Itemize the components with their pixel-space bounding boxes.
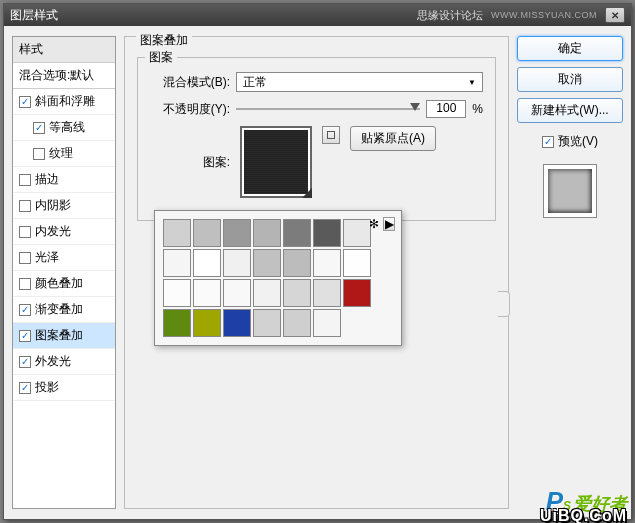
style-item-4[interactable]: 内阴影	[13, 193, 115, 219]
style-item-label: 外发光	[35, 353, 71, 370]
new-preset-button[interactable]	[322, 126, 340, 144]
style-checkbox[interactable]	[19, 304, 31, 316]
style-checkbox[interactable]	[19, 356, 31, 368]
style-item-label: 内发光	[35, 223, 71, 240]
style-item-0[interactable]: 斜面和浮雕	[13, 89, 115, 115]
preview-checkbox-row[interactable]: 预览(V)	[542, 133, 598, 150]
style-item-10[interactable]: 外发光	[13, 349, 115, 375]
style-checkbox[interactable]	[19, 330, 31, 342]
pattern-swatch-grid	[163, 219, 393, 337]
pattern-swatch[interactable]	[223, 309, 251, 337]
pattern-swatch[interactable]	[163, 309, 191, 337]
slider-thumb-icon[interactable]	[410, 103, 420, 111]
style-item-5[interactable]: 内发光	[13, 219, 115, 245]
pattern-swatch[interactable]	[253, 309, 281, 337]
pattern-swatch[interactable]	[253, 279, 281, 307]
style-item-11[interactable]: 投影	[13, 375, 115, 401]
style-item-2[interactable]: 纹理	[13, 141, 115, 167]
style-item-3[interactable]: 描边	[13, 167, 115, 193]
pattern-swatch[interactable]	[223, 219, 251, 247]
gear-icon[interactable]: ✻	[369, 217, 379, 231]
pattern-swatch[interactable]	[193, 279, 221, 307]
pattern-swatch[interactable]	[313, 279, 341, 307]
pattern-swatch[interactable]	[163, 219, 191, 247]
style-checkbox[interactable]	[19, 174, 31, 186]
pattern-swatch[interactable]	[193, 219, 221, 247]
panel-edge-tab	[498, 291, 510, 317]
preview-box	[543, 164, 597, 218]
style-item-label: 图案叠加	[35, 327, 83, 344]
style-item-9[interactable]: 图案叠加	[13, 323, 115, 349]
style-item-8[interactable]: 渐变叠加	[13, 297, 115, 323]
opacity-label: 不透明度(Y):	[150, 101, 230, 118]
pattern-swatch[interactable]	[193, 309, 221, 337]
brand-url: WWW.MISSYUAN.COM	[491, 10, 597, 20]
styles-header[interactable]: 样式	[13, 37, 115, 63]
pattern-swatch[interactable]	[253, 249, 281, 277]
pattern-picker-popup: ✻ ▶	[154, 210, 402, 346]
flyout-menu-button[interactable]: ▶	[383, 217, 395, 231]
pattern-swatch[interactable]	[193, 249, 221, 277]
opacity-input[interactable]: 100	[426, 100, 466, 118]
pattern-swatch[interactable]	[283, 249, 311, 277]
style-item-1[interactable]: 等高线	[13, 115, 115, 141]
style-checkbox[interactable]	[19, 200, 31, 212]
blend-mode-label: 混合模式(B):	[150, 74, 230, 91]
brand-text: 思缘设计论坛	[417, 8, 483, 23]
pattern-thumbnail[interactable]	[240, 126, 312, 198]
opacity-slider[interactable]	[236, 108, 420, 110]
watermark-url: UiBQ.CoM	[540, 507, 627, 523]
new-style-button[interactable]: 新建样式(W)...	[517, 98, 623, 123]
style-item-7[interactable]: 颜色叠加	[13, 271, 115, 297]
action-panel: 确定 取消 新建样式(W)... 预览(V)	[517, 36, 623, 509]
style-checkbox[interactable]	[33, 122, 45, 134]
pattern-swatch[interactable]	[283, 219, 311, 247]
preview-label: 预览(V)	[558, 133, 598, 150]
group-title: 图案叠加	[136, 32, 192, 49]
style-item-6[interactable]: 光泽	[13, 245, 115, 271]
ok-button[interactable]: 确定	[517, 36, 623, 61]
blend-mode-combo[interactable]: 正常 ▼	[236, 72, 483, 92]
blend-options-default[interactable]: 混合选项:默认	[13, 63, 115, 89]
style-checkbox[interactable]	[19, 278, 31, 290]
close-icon: ✕	[611, 10, 619, 21]
pattern-swatch[interactable]	[313, 309, 341, 337]
style-item-label: 颜色叠加	[35, 275, 83, 292]
pattern-swatch[interactable]	[343, 219, 371, 247]
style-item-label: 投影	[35, 379, 59, 396]
pattern-swatch[interactable]	[343, 249, 371, 277]
snap-origin-button[interactable]: 贴紧原点(A)	[350, 126, 436, 151]
pattern-swatch[interactable]	[283, 309, 311, 337]
pattern-swatch[interactable]	[163, 249, 191, 277]
style-checkbox[interactable]	[19, 96, 31, 108]
style-item-label: 等高线	[49, 119, 85, 136]
pattern-swatch[interactable]	[163, 279, 191, 307]
style-item-label: 渐变叠加	[35, 301, 83, 318]
style-item-label: 光泽	[35, 249, 59, 266]
preview-checkbox[interactable]	[542, 136, 554, 148]
pattern-swatch[interactable]	[313, 249, 341, 277]
style-item-label: 描边	[35, 171, 59, 188]
pattern-swatch[interactable]	[343, 279, 371, 307]
pattern-swatch[interactable]	[313, 219, 341, 247]
pattern-label: 图案:	[150, 154, 230, 171]
style-item-label: 纹理	[49, 145, 73, 162]
blend-mode-value: 正常	[243, 74, 267, 91]
pattern-swatch[interactable]	[283, 279, 311, 307]
style-checkbox[interactable]	[19, 226, 31, 238]
chevron-right-icon: ▶	[385, 217, 394, 231]
pattern-swatch[interactable]	[223, 249, 251, 277]
pattern-swatch[interactable]	[223, 279, 251, 307]
titlebar: 图层样式 思缘设计论坛 WWW.MISSYUAN.COM ✕	[4, 4, 631, 26]
pattern-swatch[interactable]	[253, 219, 281, 247]
style-checkbox[interactable]	[33, 148, 45, 160]
cancel-button[interactable]: 取消	[517, 67, 623, 92]
preview-thumbnail	[548, 169, 592, 213]
style-checkbox[interactable]	[19, 382, 31, 394]
styles-list: 样式 混合选项:默认 斜面和浮雕等高线纹理描边内阴影内发光光泽颜色叠加渐变叠加图…	[12, 36, 116, 509]
close-button[interactable]: ✕	[605, 7, 625, 23]
chevron-down-icon: ▼	[468, 78, 476, 87]
style-checkbox[interactable]	[19, 252, 31, 264]
style-item-label: 斜面和浮雕	[35, 93, 95, 110]
inner-group-title: 图案	[145, 49, 177, 66]
